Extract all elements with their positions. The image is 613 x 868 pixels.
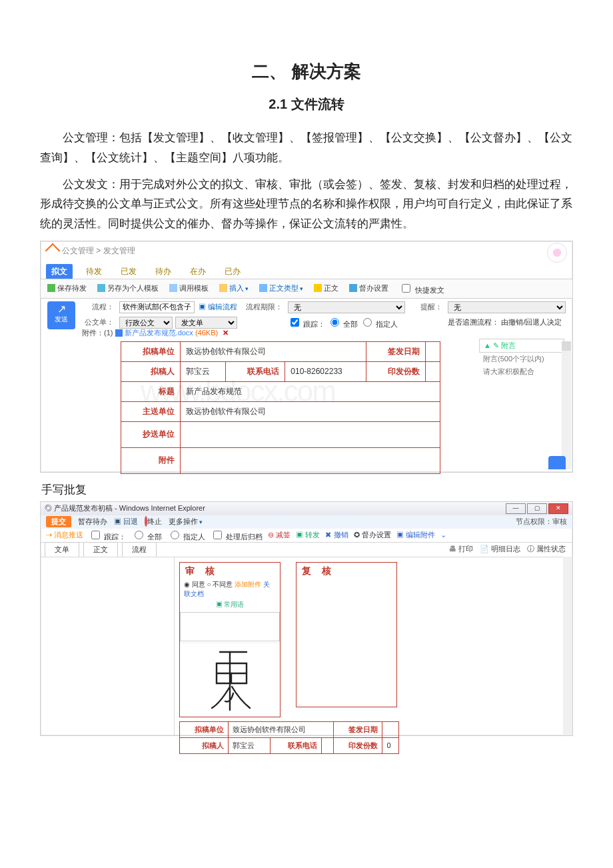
- unit-select[interactable]: 行政公文: [119, 317, 173, 329]
- track-assign-radio[interactable]: 指定人: [167, 529, 205, 542]
- scrollbar[interactable]: [563, 557, 572, 735]
- message-push-button[interactable]: ⇢ 消息推送: [46, 530, 83, 540]
- clock-icon: [547, 243, 567, 263]
- label-drafter-2: 拟稿人: [180, 737, 229, 753]
- call-template-button[interactable]: 调用模板: [169, 283, 209, 293]
- period-select[interactable]: 无: [288, 301, 406, 313]
- agree-radio[interactable]: ◉ 同意: [184, 581, 205, 588]
- edit-flow-button[interactable]: ▣ 编辑流程: [199, 302, 237, 312]
- track-assign-radio[interactable]: 指定人: [360, 320, 398, 328]
- audit-box: 审 核 ◉ 同意 ○ 不同意 添加附件 关联文档 ▣ 常用语: [179, 562, 281, 717]
- label-phone-2: 联系电话: [270, 737, 322, 753]
- subtab-flow[interactable]: 流程: [122, 542, 157, 557]
- window-title: ◎ 产品规范发布初稿 - Windows Internet Explorer: [45, 503, 205, 513]
- archive-checkbox[interactable]: 处理后归档: [211, 529, 263, 542]
- send-options: 发送 流程： ▣ 编辑流程 流程期限： 无 提醒： 无 公文单： 行政公文 发文…: [41, 297, 572, 329]
- tab-sent[interactable]: 已发: [115, 264, 142, 279]
- quick-send-checkbox[interactable]: 快捷发文: [399, 282, 444, 295]
- common-phrase-link[interactable]: ▣ 常用语: [184, 599, 276, 609]
- window-titlebar: ◎ 产品规范发布初稿 - Windows Internet Explorer —…: [41, 502, 572, 515]
- disagree-radio[interactable]: ○ 不同意: [207, 581, 233, 588]
- value-sign-date-2: [382, 721, 399, 737]
- forward-button[interactable]: ▣ 转发: [296, 530, 320, 540]
- stop-button[interactable]: 终止: [145, 517, 162, 527]
- attach-count: 附件：(1): [82, 329, 113, 337]
- label-copies-2: 印发份数: [334, 737, 382, 753]
- value-cc[interactable]: [181, 421, 440, 447]
- handwritten-char-icon: [200, 647, 260, 713]
- option-bar: ⇢ 消息推送 跟踪： 全部 指定人 处理后归档 ⊖ 减签 ▣ 转发 ✖ 撤销 ✪…: [41, 529, 572, 543]
- back-button[interactable]: ▣ 回退: [114, 517, 138, 527]
- track-checkbox[interactable]: 跟踪：: [288, 320, 325, 328]
- recheck-box: 复 核: [296, 562, 397, 707]
- minimize-button[interactable]: —: [506, 503, 526, 514]
- flow-input[interactable]: [119, 301, 195, 313]
- insert-dropdown[interactable]: 插入: [219, 283, 249, 293]
- screenshot-draft-form: 公文管理 > 发文管理 拟文 待发 已发 待办 在办 已办 保存待发 另存为个人…: [40, 241, 573, 473]
- label-copies: 印发份数: [366, 361, 426, 381]
- section-heading: 二、 解决方案: [40, 60, 573, 83]
- submit-button[interactable]: 提交: [46, 516, 71, 527]
- paragraph-2: 公文发文：用于完成对外公文的拟文、审核、审批（或会签）、签发、复核、封发和归档的…: [40, 175, 573, 234]
- save-pending-button[interactable]: 保存待发: [47, 283, 87, 293]
- maximize-button[interactable]: ▢: [527, 503, 547, 514]
- sub-tabs: 文单 正文 流程 🖶 打印 📄 明细日志 ⓘ 属性状态: [41, 542, 572, 557]
- body-type-dropdown[interactable]: 正文类型: [259, 283, 303, 293]
- home-icon: [45, 243, 61, 259]
- tab-draft[interactable]: 拟文: [46, 264, 73, 279]
- tab-done[interactable]: 已办: [219, 264, 246, 279]
- attach-size: (46KB): [195, 329, 218, 337]
- dispatch-mini-table: 拟稿单位 致远协创软件有限公司 签发日期 拟稿人 郭宝云 联系电话 印发份数 0: [179, 721, 399, 754]
- subtab-body[interactable]: 正文: [83, 542, 118, 557]
- unit-text-select[interactable]: 发文单: [175, 317, 237, 329]
- value-sign-date[interactable]: [426, 341, 440, 361]
- value-attach[interactable]: [181, 447, 440, 473]
- log-button[interactable]: 📄 明细日志: [480, 544, 520, 554]
- note-panel: ▲ ✎ 附言 附言(500个字以内) 请大家积极配合: [479, 339, 564, 378]
- label-draft-unit-2: 拟稿单位: [180, 721, 229, 737]
- save-template-button[interactable]: 另存为个人模板: [97, 283, 159, 293]
- print-button[interactable]: 🖶 打印: [449, 544, 473, 554]
- value-copies[interactable]: [426, 361, 440, 381]
- close-button[interactable]: ✕: [548, 503, 568, 514]
- edit-attach-button[interactable]: ▣ 编辑附件: [396, 530, 435, 540]
- repeal-button[interactable]: ✖ 撤销: [325, 530, 348, 540]
- note-header[interactable]: ▲ ✎ 附言: [479, 339, 564, 353]
- attr-status-button[interactable]: ⓘ 属性状态: [527, 544, 566, 554]
- collapse-icon[interactable]: ⌄: [440, 531, 446, 539]
- note-content: 请大家积极配合: [479, 365, 564, 378]
- paragraph-1: 公文管理：包括【发文管理】、【收文管理】、【签报管理】、【公文交换】、【公文督办…: [40, 128, 573, 168]
- subsection-heading: 2.1 文件流转: [40, 95, 573, 113]
- handwriting-area[interactable]: [180, 643, 280, 717]
- value-draft-unit[interactable]: 致远协创软件有限公司: [181, 341, 366, 361]
- attach-delete-button[interactable]: ✕: [223, 329, 229, 337]
- add-attach-link[interactable]: 添加附件: [235, 581, 261, 588]
- label-draft-unit: 拟稿单位: [121, 341, 181, 361]
- minus-sign-button[interactable]: ⊖ 减签: [268, 530, 291, 540]
- supervise-button[interactable]: ✪ 督办设置: [354, 530, 391, 540]
- left-blank-panel: [41, 557, 175, 735]
- word-icon: [115, 329, 123, 337]
- track-all-radio[interactable]: 全部: [327, 320, 358, 328]
- more-actions-dropdown[interactable]: 更多操作: [169, 517, 203, 527]
- speaker-icon[interactable]: [548, 456, 566, 469]
- scrollbar[interactable]: [562, 341, 571, 469]
- subtab-form[interactable]: 文单: [45, 542, 79, 557]
- track-all-radio[interactable]: 全部: [131, 529, 162, 542]
- tab-doing[interactable]: 在办: [185, 264, 211, 279]
- track-checkbox[interactable]: 跟踪：: [89, 529, 126, 542]
- watermark: www.bdocx.com: [141, 375, 335, 408]
- tab-pending-send[interactable]: 待发: [81, 264, 107, 279]
- tab-todo[interactable]: 待办: [150, 264, 177, 279]
- save-pending-button[interactable]: 暂存待办: [78, 517, 107, 527]
- audit-textarea[interactable]: [180, 612, 280, 641]
- supervise-button[interactable]: 督办设置: [349, 283, 388, 293]
- remind-label: 提醒：: [410, 302, 442, 312]
- recheck-title: 复 核: [297, 563, 396, 580]
- unit-label: 公文单：: [85, 317, 114, 327]
- body-button[interactable]: 正文: [314, 283, 338, 293]
- attach-filename[interactable]: 新产品发布规范.docx: [125, 329, 193, 337]
- remind-select[interactable]: 无: [448, 301, 566, 313]
- send-button[interactable]: 发送: [47, 301, 75, 329]
- flow-label: 流程：: [85, 302, 114, 312]
